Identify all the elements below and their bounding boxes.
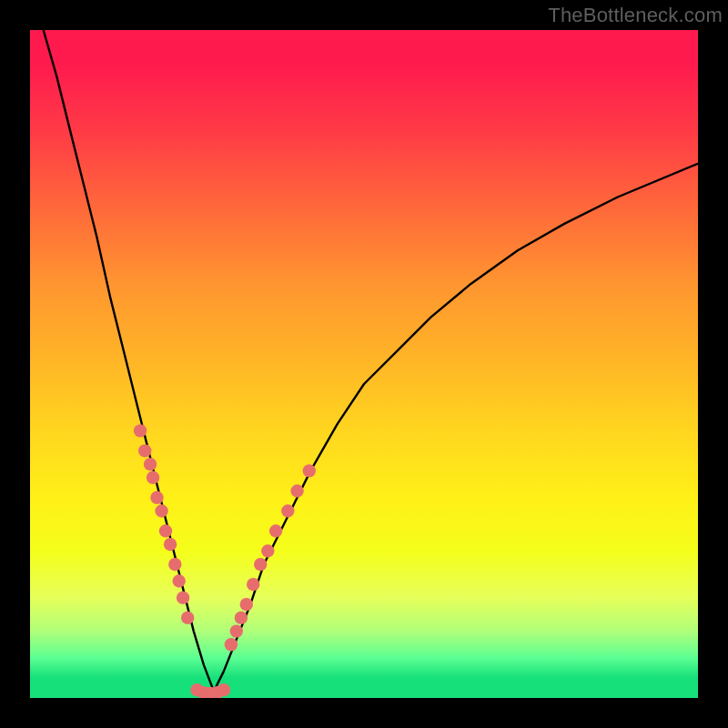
marker-dot (159, 524, 172, 537)
marker-dot (254, 558, 267, 571)
marker-dot (230, 624, 243, 637)
marker-dot (290, 484, 303, 497)
marker-dot (181, 612, 194, 624)
marker-dot (269, 524, 282, 537)
chart-frame: TheBottleneck.com (0, 0, 728, 728)
marker-layer (134, 424, 316, 698)
plot-area (30, 30, 698, 698)
marker-dot (235, 612, 248, 624)
marker-dot (168, 558, 181, 571)
marker-dot (164, 538, 177, 551)
marker-dot (240, 598, 253, 611)
marker-dot (217, 683, 230, 696)
marker-dot (281, 504, 294, 517)
marker-dot (247, 578, 259, 591)
marker-dot (177, 592, 189, 604)
chart-svg (30, 30, 698, 698)
watermark-text: TheBottleneck.com (548, 4, 723, 27)
marker-dot (138, 444, 151, 457)
marker-dot (134, 424, 147, 437)
marker-dot (261, 544, 274, 557)
marker-dot (303, 464, 316, 477)
curve-right-branch (214, 164, 698, 692)
marker-dot (147, 471, 159, 484)
marker-dot (155, 504, 167, 517)
marker-dot (225, 638, 238, 651)
curve-layer (44, 30, 698, 692)
curve-left-branch (44, 30, 214, 692)
marker-dot (144, 458, 157, 470)
marker-dot (173, 574, 186, 587)
marker-dot (150, 491, 163, 504)
